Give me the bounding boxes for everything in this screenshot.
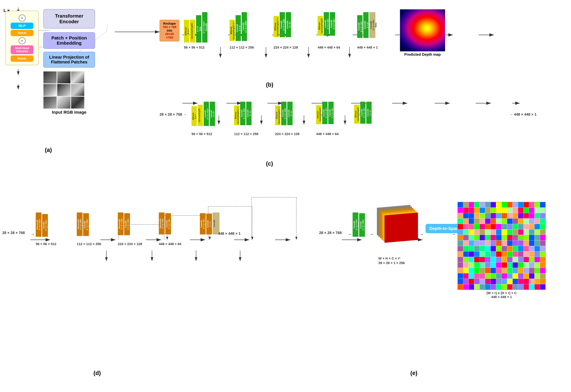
deconv-3x3-256-d2: Deconv2D3×3×256+Relu — [77, 212, 83, 236]
pixel-cell — [485, 268, 490, 273]
conv3x3-512-b1: 3×3+ReluConv2D — [196, 15, 201, 42]
pixel-cell — [458, 240, 463, 246]
pixel-cell — [463, 257, 468, 262]
conv-3x3-64-d4: Conv2D3×3×64+Relu — [165, 213, 171, 235]
pixel-cell — [496, 284, 501, 290]
pixel-cell — [529, 202, 534, 208]
pixel-cell — [507, 246, 512, 251]
pixel-cell — [540, 273, 545, 279]
pixel-cell — [535, 235, 540, 240]
input-rgb-label: Input RGB image — [43, 110, 95, 115]
pixel-cell — [502, 235, 507, 240]
color-grid — [458, 202, 545, 290]
conv3x3-64-b4b: Conv2D3×3×64+Relu — [330, 12, 335, 36]
conv3x3-32-b5: Conv2D3×3×32+Relu — [357, 15, 362, 38]
conv3x3-256-e1: Conv2D3×3×256+Relu — [359, 213, 365, 237]
pixel-cell — [485, 279, 490, 284]
pixel-cell — [513, 279, 518, 284]
block-group-c4: BilinearUpsampling2D 2× Conv2D3×3×64+Rel… — [316, 102, 334, 124]
conv3x3-64-c4a: Conv2D3×3×64+Relu — [322, 102, 328, 124]
pixel-cell — [496, 262, 501, 268]
pixel-cell — [485, 284, 490, 290]
pixel-cell — [469, 257, 474, 262]
pixel-cell — [469, 229, 474, 235]
conv3x3-512-b1b: 3×3×512+Conv2D — [202, 12, 208, 42]
pixel-cell — [518, 279, 524, 284]
arrow-e-start: → — [347, 232, 352, 237]
pixel-cell — [535, 202, 540, 208]
pixel-cell — [463, 268, 468, 273]
pixel-cell — [480, 268, 485, 273]
pixel-cell — [518, 235, 524, 240]
arrow-e-mid: → — [369, 232, 374, 237]
pixel-cell — [535, 224, 540, 229]
pixel-cell — [529, 284, 534, 290]
pixel-cell — [507, 219, 512, 224]
pixel-cell — [507, 284, 512, 290]
conv-3x3-256-d2: Conv2D3×3×256+Relu — [83, 213, 89, 236]
pixel-cell — [529, 273, 534, 279]
pixel-cell — [507, 262, 512, 268]
pixel-cell — [496, 219, 501, 224]
pixel-cell — [540, 240, 545, 246]
pixel-cell — [507, 213, 512, 218]
pixel-cell — [480, 219, 485, 224]
pixel-cell — [458, 213, 463, 218]
pixel-cell — [524, 284, 529, 290]
linear-proj-box: Linear Projection of Flattened Patches — [43, 52, 95, 68]
pixel-cell — [535, 229, 540, 235]
pixel-cell — [529, 213, 534, 218]
conv3x3-256-c2a: Conv2D3×3×256+Relu — [240, 102, 245, 125]
heatmap-image — [400, 9, 445, 52]
pixel-cell — [469, 279, 474, 284]
pixel-cell — [518, 257, 524, 262]
pixel-cell — [535, 219, 540, 224]
pixel-cell — [463, 229, 468, 235]
pixel-cell — [529, 219, 534, 224]
pixel-cell — [524, 268, 529, 273]
block-group-d5: Conv2D3×3×32+Relu Conv2D1×1+Linear Conv2… — [200, 212, 219, 235]
image-patches — [43, 71, 89, 109]
pixel-cell — [480, 240, 485, 246]
pixel-cell — [502, 284, 507, 290]
pixel-cell — [469, 202, 474, 208]
part-a-section: L × + MLP Norm + Multi-Head Attention No… — [2, 5, 101, 156]
bilinear-up2x-c4: BilinearUpsampling2D 2× — [316, 105, 321, 124]
pixel-cell — [463, 208, 468, 213]
pixel-cell — [518, 273, 524, 279]
transformer-inner-block: L × + MLP Norm + Multi-Head Attention No… — [5, 11, 39, 65]
dim-448x448x1-d: 448 × 448 × 1 — [218, 231, 240, 236]
pixel-cell — [496, 279, 501, 284]
pixel-cell — [469, 262, 474, 268]
pixel-cell — [491, 235, 496, 240]
pixel-cell — [496, 257, 501, 262]
pixel-cell — [529, 235, 534, 240]
pixel-cell — [485, 229, 490, 235]
mlp-box: MLP — [11, 23, 33, 29]
dim-28x28x768-c: 28 × 28 × 768 → — [160, 112, 187, 117]
pixel-cell — [524, 279, 529, 284]
pixel-cell — [491, 202, 496, 208]
dim-112x112x256-d: 112 × 112 × 256 — [77, 242, 101, 246]
patch-8 — [57, 97, 71, 109]
arrow-d-start: → — [30, 232, 35, 237]
pixel-cell — [535, 279, 540, 284]
pixel-cell — [518, 224, 524, 229]
pixel-cell — [518, 268, 524, 273]
pixel-cell — [535, 213, 540, 218]
stacked-volumes — [377, 206, 420, 255]
pixel-cell — [474, 284, 480, 290]
pixel-cell — [480, 252, 485, 257]
mha-box: Multi-Head Attention — [11, 45, 33, 54]
pixel-cell — [474, 252, 480, 257]
conv-final-d5: Conv2D — [213, 212, 219, 235]
pixel-cell — [540, 229, 545, 235]
pixel-cell — [507, 208, 512, 213]
pixel-cell — [507, 202, 512, 208]
pixel-cell — [485, 257, 490, 262]
pixel-cell — [480, 229, 485, 235]
patch-3 — [71, 71, 84, 84]
conv-3x3-128-d3: Conv2D3×3×128+Relu — [124, 213, 130, 235]
pixel-cell — [540, 235, 545, 240]
pixel-cell — [458, 279, 463, 284]
